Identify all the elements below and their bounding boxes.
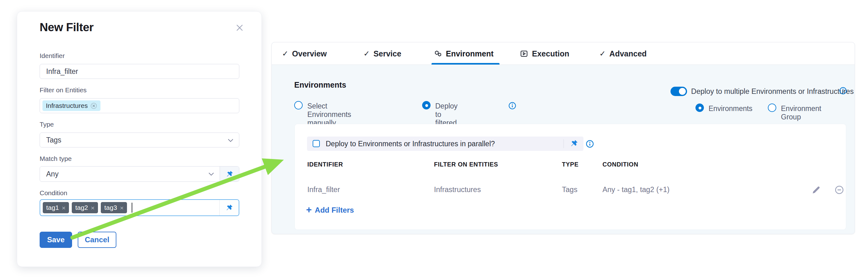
info-icon[interactable] (586, 140, 594, 148)
pipeline-stage-panel: ✓ Overview ✓ Service Environment Execu (272, 42, 855, 234)
close-icon (235, 23, 244, 32)
cell-entities: Infrastructures (434, 185, 562, 194)
active-tab-indicator (432, 63, 499, 65)
parallel-option-bar: Deploy to Environments or Infrastructure… (307, 137, 584, 151)
multi-env-toggle[interactable] (671, 87, 687, 96)
type-select-value: Tags (46, 136, 61, 144)
env-target-radios: Environments Environment Group (272, 104, 280, 113)
radio-select-manually[interactable] (294, 101, 303, 109)
multi-env-toggle-label: Deploy to multiple Environments or Infra… (691, 87, 854, 96)
col-type: TYPE (562, 161, 602, 168)
chip-remove-icon[interactable]: × (62, 205, 65, 211)
tab-bar: ✓ Overview ✓ Service Environment Execu (272, 42, 855, 65)
text-caret (132, 203, 132, 213)
divider (563, 139, 564, 148)
info-icon[interactable] (839, 87, 847, 95)
check-icon: ✓ (282, 49, 288, 58)
new-filter-modal: New Filter Identifier Filter on Entities… (17, 11, 262, 267)
match-type-label: Match type (40, 155, 72, 163)
page: New Filter Identifier Filter on Entities… (0, 0, 868, 280)
filters-table-header: IDENTIFIER FILTER ON ENTITIES TYPE CONDI… (295, 161, 846, 168)
save-button[interactable]: Save (40, 232, 72, 248)
environment-tab-content: Environments Select Environments manuall… (272, 65, 855, 235)
pin-icon (570, 139, 578, 148)
tab-label: Overview (292, 49, 327, 58)
table-row: Infra_filter Infrastructures Tags Any - … (295, 182, 846, 197)
close-button[interactable] (235, 22, 247, 34)
match-type-pin-button[interactable] (220, 167, 239, 181)
tab-label: Advanced (609, 49, 647, 58)
identifier-input[interactable] (40, 64, 239, 79)
condition-chip-label: tag1 (46, 204, 59, 211)
chevron-down-icon (209, 172, 214, 176)
radio-environments-label: Environments (709, 104, 752, 113)
remove-filter-button[interactable] (835, 185, 844, 195)
radio-deploy-filtered[interactable] (422, 101, 431, 109)
condition-chip: tag2 × (72, 202, 98, 213)
condition-chip: tag3 × (101, 202, 127, 213)
pin-icon (225, 204, 233, 212)
radio-select-manually-label: Select Environments manually (307, 102, 351, 127)
tab-overview[interactable]: ✓ Overview (282, 42, 327, 65)
radio-environment-group-label: Environment Group (781, 104, 821, 121)
match-type-select-value: Any (40, 170, 209, 178)
condition-chip-label: tag3 (104, 204, 117, 211)
plus-icon: + (306, 205, 312, 214)
condition-chip-label: tag2 (75, 204, 88, 211)
tab-advanced[interactable]: ✓ Advanced (599, 42, 647, 65)
col-identifier: IDENTIFIER (307, 161, 434, 168)
entities-label: Filter on Entities (40, 86, 87, 94)
modal-title: New Filter (40, 21, 94, 34)
chip-remove-icon[interactable]: × (120, 205, 124, 211)
info-icon[interactable] (508, 102, 516, 110)
parallel-checkbox[interactable] (313, 140, 320, 147)
tab-label: Execution (532, 49, 569, 58)
check-icon: ✓ (364, 49, 370, 58)
col-entities: FILTER ON ENTITIES (434, 161, 562, 168)
environment-icon (433, 49, 442, 58)
check-icon: ✓ (599, 49, 606, 58)
environments-heading: Environments (294, 80, 346, 90)
entities-chip: Infrastructures (42, 100, 100, 111)
edit-filter-button[interactable] (811, 185, 821, 195)
entities-input[interactable]: Infrastructures (40, 98, 239, 113)
parallel-pin-button[interactable] (570, 139, 578, 148)
cancel-button[interactable]: Cancel (78, 232, 116, 248)
identifier-label: Identifier (40, 52, 65, 60)
pin-icon (225, 170, 234, 178)
radio-environment-group[interactable] (768, 104, 776, 112)
condition-chips: tag1 × tag2 × tag3 × (43, 202, 219, 213)
filters-card: Deploy to Environments or Infrastructure… (295, 124, 846, 230)
pencil-icon (811, 185, 821, 195)
minus-circle-icon (835, 185, 844, 195)
cell-condition: Any - tag1, tag2 (+1) (602, 185, 846, 194)
parallel-checkbox-label: Deploy to Environments or Infrastructure… (326, 137, 495, 151)
type-label: Type (40, 121, 54, 128)
cell-type: Tags (562, 185, 602, 194)
match-type-select[interactable]: Any (40, 166, 239, 182)
tab-environment[interactable]: Environment (433, 42, 494, 65)
entities-chip-label: Infrastructures (46, 102, 88, 109)
condition-input[interactable]: tag1 × tag2 × tag3 × (40, 199, 239, 216)
tab-label: Service (373, 49, 401, 58)
condition-pin-button[interactable] (219, 200, 239, 215)
type-select[interactable]: Tags (40, 133, 239, 147)
condition-chip: tag1 × (43, 202, 69, 213)
add-filters-label: Add Filters (315, 206, 354, 214)
condition-label: Condition (40, 189, 67, 197)
execution-icon (520, 49, 528, 58)
tab-execution[interactable]: Execution (520, 42, 569, 65)
tab-service[interactable]: ✓ Service (364, 42, 401, 65)
col-condition: CONDITION (602, 161, 846, 168)
chevron-down-icon (228, 139, 234, 142)
chip-remove-icon[interactable]: × (91, 205, 95, 211)
radio-environments[interactable] (695, 104, 704, 112)
tab-label: Environment (446, 49, 494, 58)
add-filters-button[interactable]: + Add Filters (306, 206, 354, 214)
chip-remove-icon[interactable] (91, 103, 97, 109)
cell-identifier: Infra_filter (307, 185, 434, 194)
